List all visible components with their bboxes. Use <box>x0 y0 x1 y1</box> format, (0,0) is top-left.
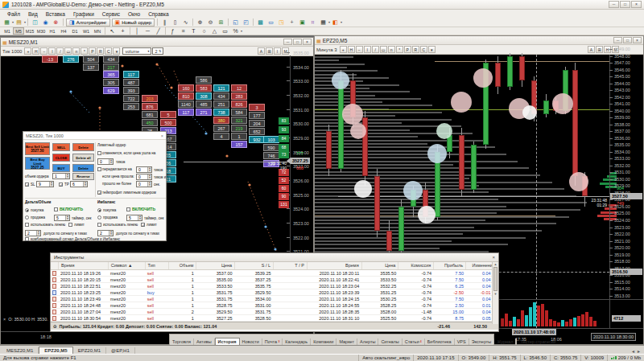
minimize-button[interactable]: ─ <box>283 39 292 45</box>
timeframe-H4[interactable]: H4 <box>58 27 69 35</box>
toolbox-tab-Журнал[interactable]: Журнал <box>494 338 516 345</box>
combined-signal-checkbox[interactable] <box>25 237 29 241</box>
corner-button-I[interactable]: I <box>274 47 281 55</box>
chart-tool-button-▭[interactable]: ▭ <box>64 47 72 55</box>
minimize-button[interactable]: ─ <box>609 1 619 8</box>
chart-tool-button-H[interactable]: H <box>348 46 355 53</box>
restore-button[interactable]: □ <box>293 39 302 45</box>
imbalance-tolerance-spinner-arrows[interactable]: ▲▼ <box>109 231 113 236</box>
delta-sell-radio[interactable] <box>25 215 29 219</box>
toolbox-tab-tester[interactable]: Тестер стратегий <box>516 338 559 345</box>
corner-button-H[interactable]: H <box>604 46 611 53</box>
delta-timer-spinner-arrows[interactable]: ▲▼ <box>65 215 69 220</box>
toolbox-tab-Алерты[interactable]: Алерты <box>357 338 378 345</box>
elapsed-spinner-arrows[interactable]: ▲▼ <box>147 182 151 187</box>
imbalance-line-checkbox[interactable] <box>97 223 101 227</box>
grid-icon[interactable]: ⌗ <box>308 18 318 27</box>
imbalance-timer-spinner[interactable]: 5▲▼ <box>126 215 142 221</box>
new-order-button[interactable]: ▣Новый ордер <box>112 18 155 27</box>
close-icon[interactable]: × <box>492 255 495 260</box>
crosshair-icon[interactable]: + <box>118 27 128 35</box>
menu-item-Графики[interactable]: Графики <box>69 11 98 17</box>
fullscreen-icon[interactable]: ▩ <box>255 18 266 27</box>
tp-spinner[interactable]: 6▲▼ <box>70 181 88 187</box>
algo-trading-button[interactable]: ◨Алготрейдинг <box>66 18 110 27</box>
minimize-button[interactable]: ─ <box>613 37 622 43</box>
elapsed-spinner[interactable]: 0▲▼ <box>136 181 152 187</box>
menu-item-Вид[interactable]: Вид <box>24 11 42 17</box>
toolbox-tab-Почта[interactable]: Почта3 <box>262 338 283 345</box>
order-volume-spinner-arrows[interactable]: ▲▼ <box>65 174 69 178</box>
delta-line-checkbox[interactable] <box>25 223 29 227</box>
chart-tool-button-▭[interactable]: ▭ <box>380 46 387 53</box>
toolbox-tab-Компании[interactable]: Компании <box>311 338 336 345</box>
chart-tool-button-P[interactable]: P <box>89 47 96 55</box>
chart-tool-button-C[interactable]: C <box>105 47 112 55</box>
zoom-out-icon[interactable]: ⊖ <box>205 18 216 27</box>
column-header-Цена[interactable]: Цена <box>196 262 235 269</box>
menu-item-Окно[interactable]: Окно <box>124 11 144 17</box>
close-button[interactable]: CLOSE <box>52 154 70 162</box>
tp-limit-checkbox[interactable]: ✓ <box>97 191 101 195</box>
toolbox-tab-Эксперты[interactable]: Эксперты <box>469 338 495 345</box>
delta-tolerance-spinner[interactable]: 2▲▼ <box>25 230 41 236</box>
delta-limit-checkbox[interactable] <box>68 223 72 227</box>
chart-tab-EPZ20,M1[interactable]: EPZ20,M1 <box>73 347 106 354</box>
restore-button[interactable]: □ <box>623 37 632 43</box>
chart-shift-icon[interactable]: ◳ <box>276 18 287 27</box>
delete-sell-button[interactable]: Delete <box>72 143 94 151</box>
chart-tool-button-+[interactable]: + <box>24 47 31 55</box>
chart-tool-button-*[interactable]: * <box>396 46 403 53</box>
chart-tool-button-▾[interactable]: ▾ <box>428 46 436 53</box>
delete-buy-button[interactable]: Delete <box>72 164 94 172</box>
imbalance-limit-checkbox[interactable]: ✓ <box>141 223 145 227</box>
timeframe-M1[interactable]: M1 <box>2 27 13 35</box>
delta-tolerance-spinner-arrows[interactable]: ▲▼ <box>36 231 40 236</box>
move-ticks-spinner-arrows[interactable]: ▲▼ <box>147 167 151 172</box>
templates-icon-dropdown[interactable]: ▾ <box>341 20 342 24</box>
delete-all-button[interactable]: Delete all <box>72 154 94 162</box>
profiles-icon[interactable]: ▤ <box>14 18 24 27</box>
menu-item-Файл[interactable]: Файл <box>3 11 24 17</box>
imbalance-sell-radio[interactable] <box>97 215 101 219</box>
reverse-button[interactable]: Reverse <box>72 173 94 180</box>
move-ticks-spinner[interactable]: 0▲▼ <box>136 166 152 173</box>
chart-tool-button-n[interactable]: n <box>72 47 80 55</box>
timeframe-D1[interactable]: D1 <box>69 27 80 35</box>
menu-item-Вставка[interactable]: Вставка <box>42 11 69 17</box>
trendline-icon[interactable]: ╱ <box>153 27 163 35</box>
timeframe-M15[interactable]: M15 <box>24 27 35 35</box>
chart-tool-button-I[interactable]: I <box>364 46 371 53</box>
chart-tool-button-▾[interactable]: ▾ <box>113 47 120 55</box>
chart-tool-button-/[interactable]: / <box>56 47 64 55</box>
timeframe-M5[interactable]: M5 <box>13 27 24 35</box>
order-panel-dialog[interactable]: MESZ20, Тик 1000×Best Sell Limit3527.50S… <box>23 131 167 241</box>
best-sell-limit-button[interactable]: Best Sell Limit3527.50 <box>25 142 50 155</box>
crosshair-tool-icon[interactable]: + <box>287 18 297 27</box>
column-header-S / L[interactable]: S / L <box>235 262 274 269</box>
column-header-Прибыль[interactable]: Прибыль <box>434 262 466 269</box>
cancel-ticks-spinner[interactable]: 0▲▼ <box>97 158 114 165</box>
timeframe-MN[interactable]: MN <box>92 27 103 35</box>
toolbox-tab-История[interactable]: История <box>215 338 240 345</box>
line-chart-icon[interactable]: ∿ <box>180 18 191 27</box>
rectangle-icon[interactable]: ▭ <box>220 27 230 35</box>
buy-button[interactable]: BUY <box>52 164 70 172</box>
data-window-icon[interactable]: ◉ <box>40 18 51 27</box>
scroll-up-icon[interactable]: ▲ <box>493 262 498 266</box>
tp-spinner-arrows[interactable]: ▲▼ <box>83 182 87 187</box>
close-button[interactable]: × <box>303 39 312 45</box>
column-header-Цена[interactable]: Цена <box>362 262 399 269</box>
periods-icon[interactable]: ▦ <box>318 18 328 27</box>
chart-tool-button-−[interactable]: − <box>356 46 363 53</box>
bars-icon[interactable]: ∥ <box>159 18 170 27</box>
timeframe-H1[interactable]: H1 <box>47 27 58 35</box>
text-icon[interactable]: T <box>188 27 199 35</box>
autoscroll-icon[interactable]: ▭ <box>266 18 276 27</box>
column-header-Тип[interactable]: Тип <box>146 262 170 269</box>
delta-buy-radio[interactable] <box>25 208 29 212</box>
imbalance-enable-checkbox[interactable] <box>126 207 130 211</box>
passed-spinner[interactable]: 0▲▼ <box>136 174 152 180</box>
candles-icon[interactable]: ▯ <box>170 18 180 27</box>
toolbox-tab-Активы[interactable]: Активы <box>194 338 215 345</box>
